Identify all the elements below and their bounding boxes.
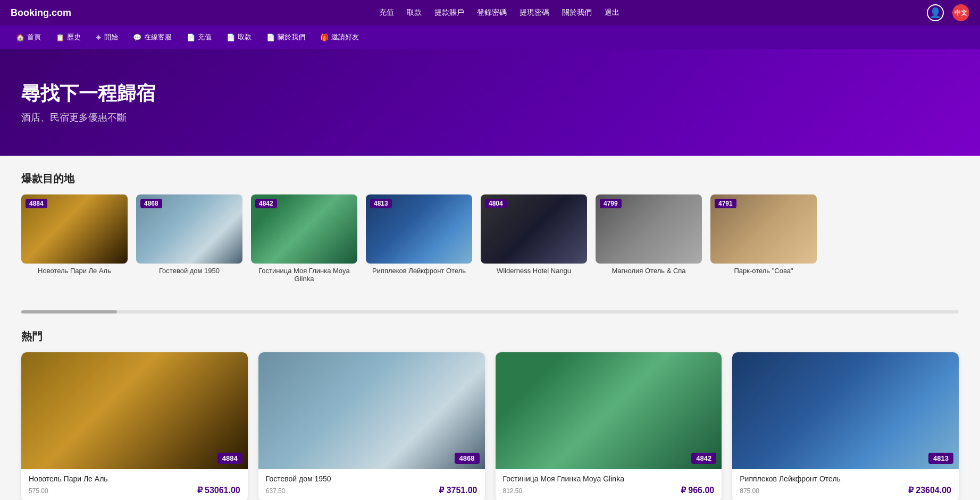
top-navbar: Booking.com 充值取款提款賬戶登錄密碼提現密碼關於我們退出 👤 中文	[0, 0, 980, 26]
hot-card-price: ₽ 53061.00	[197, 485, 240, 495]
destination-card[interactable]: 4804 Wilderness Hotel Nangu	[481, 194, 587, 283]
sec-nav-開始[interactable]: ✳開始	[90, 29, 123, 45]
sec-nav-首頁[interactable]: 🏠首頁	[11, 29, 46, 45]
sec-nav-icon-充值: 📄	[187, 33, 195, 41]
sec-nav-icon-歷史: 📋	[56, 33, 64, 41]
hot-card-name: Гостиница Моя Глинка Moya Glinka	[503, 474, 715, 483]
hot-card-info: Гостиница Моя Глинка Moya Glinka 812.50 …	[496, 469, 722, 500]
hot-card[interactable]: 4884 Новотель Пари Ле Аль 575.00 ₽ 53061…	[21, 352, 248, 500]
language-badge[interactable]: 中文	[952, 4, 969, 21]
dest-card-name: Рипплеков Лейкфронт Отель	[366, 267, 472, 275]
hot-card-price-row: 875.00 ₽ 23604.00	[740, 485, 951, 495]
destinations-scrollbar-thumb[interactable]	[21, 310, 117, 313]
hot-card-info: Новотель Пари Ле Аль 575.00 ₽ 53061.00	[21, 469, 248, 500]
top-nav-withdraw[interactable]: 取款	[407, 8, 422, 18]
sec-nav-icon-開始: ✳	[96, 33, 102, 41]
dest-badge: 4842	[255, 199, 277, 208]
sec-nav-icon-邀請好友: 🎁	[320, 33, 329, 41]
sec-nav-邀請好友[interactable]: 🎁邀請好友	[315, 29, 364, 45]
user-avatar-icon[interactable]: 👤	[927, 4, 944, 21]
top-nav-recharge[interactable]: 充值	[379, 8, 394, 18]
hot-card-name: Рипплеков Лейкфронт Отель	[740, 474, 951, 483]
hot-card-original-price: 812.50	[503, 487, 523, 495]
dest-card-image: 4791	[710, 194, 817, 264]
hot-section: 熱門 4884 Новотель Пари Ле Аль 575.00 ₽ 53…	[21, 329, 959, 500]
sec-nav-label-邀請好友: 邀請好友	[331, 32, 359, 42]
hot-card-image: 4813	[732, 352, 959, 469]
top-nav-about[interactable]: 關於我們	[562, 8, 592, 18]
sec-nav-歷史[interactable]: 📋歷史	[51, 29, 86, 45]
dest-badge: 4868	[140, 199, 162, 208]
dest-badge: 4804	[485, 199, 507, 208]
hot-card-badge: 4884	[217, 453, 242, 464]
dest-card-image: 4804	[481, 194, 587, 264]
hot-card-image: 4884	[21, 352, 248, 469]
sec-nav-關於我們[interactable]: 📄關於我們	[261, 29, 311, 45]
top-nav-login-pass[interactable]: 登錄密碼	[477, 8, 507, 18]
sec-nav-label-關於我們: 關於我們	[278, 32, 305, 42]
secondary-navbar: 🏠首頁📋歷史✳開始💬在線客服📄充值📄取款📄關於我們🎁邀請好友	[0, 26, 980, 49]
hot-destinations-list: 4884 Новотель Пари Ле Аль 4868 Гостевой …	[21, 194, 959, 289]
hero-banner: 尋找下一程歸宿 酒店、民宿更多優惠不斷	[0, 49, 980, 156]
hot-card[interactable]: 4842 Гостиница Моя Глинка Moya Glinka 81…	[496, 352, 722, 500]
hot-card-original-price: 575.00	[29, 487, 48, 495]
hot-card-price-row: 812.50 ₽ 966.00	[503, 485, 715, 495]
hot-card-photo	[21, 352, 248, 469]
destination-card[interactable]: 4791 Парк-отель "Сова"	[710, 194, 817, 283]
hot-card-original-price: 875.00	[740, 487, 759, 495]
hot-card[interactable]: 4868 Гостевой дом 1950 637.50 ₽ 3751.00	[258, 352, 485, 500]
dest-card-name: Гостевой дом 1950	[136, 267, 242, 275]
hot-card-price: ₽ 966.00	[681, 485, 714, 495]
hot-card-badge: 4868	[455, 453, 480, 464]
sec-nav-充值[interactable]: 📄充值	[181, 29, 217, 45]
sec-nav-label-開始: 開始	[104, 32, 118, 42]
hot-card-price: ₽ 23604.00	[908, 485, 951, 495]
destinations-scrollbar-track[interactable]	[21, 310, 959, 313]
dest-badge: 4813	[370, 199, 392, 208]
destination-card[interactable]: 4884 Новотель Пари Ле Аль	[21, 194, 128, 283]
hot-card-photo	[258, 352, 485, 469]
sec-nav-icon-關於我們: 📄	[266, 33, 275, 41]
hero-title: 尋找下一程歸宿	[21, 81, 959, 107]
hot-section-title: 熱門	[21, 329, 959, 344]
hot-grid: 4884 Новотель Пари Ле Аль 575.00 ₽ 53061…	[21, 352, 959, 500]
destination-card[interactable]: 4842 Гостиница Моя Глинка Moya Glinka	[251, 194, 357, 283]
sec-nav-label-取款: 取款	[238, 32, 252, 42]
top-nav-right: 👤 中文	[927, 4, 969, 21]
sec-nav-label-首頁: 首頁	[27, 32, 41, 42]
hot-card-photo	[496, 352, 722, 469]
dest-card-name: Wilderness Hotel Nangu	[481, 267, 587, 275]
hot-card-photo	[732, 352, 959, 469]
dest-card-image: 4868	[136, 194, 242, 264]
hot-card-name: Новотель Пари Ле Аль	[29, 474, 240, 483]
top-nav-logout[interactable]: 退出	[605, 8, 619, 18]
hot-card-badge: 4842	[691, 453, 716, 464]
destination-card[interactable]: 4868 Гостевой дом 1950	[136, 194, 242, 283]
brand-logo[interactable]: Booking.com	[11, 7, 71, 19]
hero-subtitle: 酒店、民宿更多優惠不斷	[21, 111, 959, 124]
top-nav-account[interactable]: 提款賬戶	[434, 8, 464, 18]
hot-card-badge: 4813	[928, 453, 953, 464]
sec-nav-在線客服[interactable]: 💬在線客服	[128, 29, 177, 45]
hot-card-name: Гостевой дом 1950	[266, 474, 478, 483]
hot-card-original-price: 637.50	[266, 487, 286, 495]
destination-card[interactable]: 4799 Магнолия Отель & Спа	[596, 194, 702, 283]
dest-card-name: Новотель Пари Ле Аль	[21, 267, 128, 275]
sec-nav-label-充值: 充值	[198, 32, 212, 42]
hot-card-price-row: 637.50 ₽ 3751.00	[266, 485, 478, 495]
dest-card-image: 4799	[596, 194, 702, 264]
hot-card-price: ₽ 3751.00	[439, 485, 477, 495]
sec-nav-icon-取款: 📄	[227, 33, 235, 41]
dest-card-name: Гостиница Моя Глинка Moya Glinka	[251, 267, 357, 283]
sec-nav-icon-首頁: 🏠	[16, 33, 24, 41]
hot-card-image: 4842	[496, 352, 722, 469]
destination-card[interactable]: 4813 Рипплеков Лейкфронт Отель	[366, 194, 472, 283]
sec-nav-取款[interactable]: 📄取款	[221, 29, 257, 45]
hot-card-price-row: 575.00 ₽ 53061.00	[29, 485, 240, 495]
top-nav-withdraw-pass[interactable]: 提現密碼	[520, 8, 549, 18]
hot-card-image: 4868	[258, 352, 485, 469]
sec-nav-label-在線客服: 在線客服	[144, 32, 172, 42]
hot-card[interactable]: 4813 Рипплеков Лейкфронт Отель 875.00 ₽ …	[732, 352, 959, 500]
dest-card-name: Магнолия Отель & Спа	[596, 267, 702, 275]
main-content: 爆款目的地 4884 Новотель Пари Ле Аль 4868 Гос…	[0, 156, 980, 500]
